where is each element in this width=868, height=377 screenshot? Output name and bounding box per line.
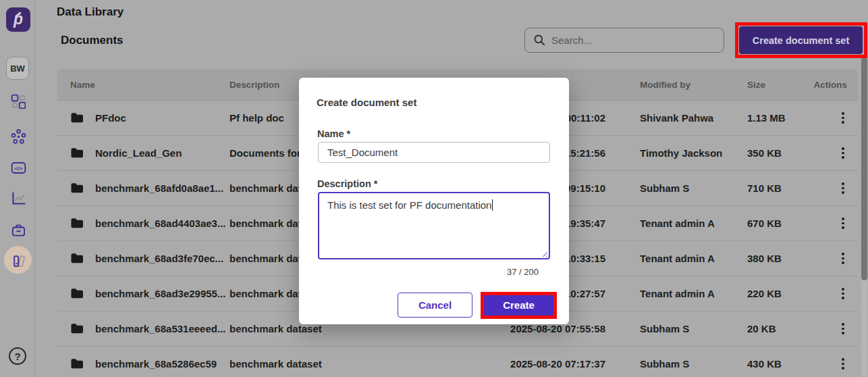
- row-modified-by: Tenant admin A: [609, 253, 744, 264]
- text-cursor: [492, 199, 493, 211]
- description-text: This is test set for PF documentation: [327, 199, 491, 211]
- row-size: 220 KB: [744, 288, 808, 299]
- row-name: benchmark_68a5286ec59: [95, 358, 217, 370]
- dialog-title: Create document set: [317, 97, 416, 108]
- row-modified-by: Tenant admin A: [609, 218, 744, 229]
- row-size: 430 KB: [744, 358, 808, 370]
- svg-text:</>: </>: [14, 165, 22, 171]
- user-avatar[interactable]: BW: [6, 57, 29, 80]
- row-description: benchmark dataset: [229, 358, 440, 370]
- section-title: Documents: [61, 34, 124, 47]
- column-header-name: Name: [57, 80, 229, 90]
- row-actions-menu-icon[interactable]: [839, 145, 847, 161]
- name-field[interactable]: [318, 142, 550, 163]
- folder-icon: [70, 253, 84, 264]
- row-name: benchmark_68a531eeeed...: [95, 323, 225, 334]
- cancel-button[interactable]: Cancel: [398, 293, 472, 318]
- library-icon[interactable]: [10, 252, 26, 268]
- toolbox-icon[interactable]: [10, 222, 26, 238]
- sidebar: p BW </>: [0, 0, 35, 377]
- scrollbar-thumb[interactable]: [861, 57, 867, 280]
- folder-icon: [70, 323, 84, 334]
- folder-icon: [70, 218, 84, 229]
- column-header-actions: Actions: [808, 80, 858, 90]
- search-input[interactable]: [551, 34, 707, 46]
- row-size: 350 KB: [744, 147, 808, 159]
- row-name: benchmark_68ad4403ae3...: [95, 218, 225, 229]
- row-modified-by: Shivank Pahwa: [609, 112, 744, 124]
- row-name: benchmark_68afd0a8ae1...: [95, 182, 223, 194]
- create-document-set-dialog: Create document set Name * Description *…: [299, 78, 569, 324]
- workflow-icon[interactable]: [10, 128, 26, 145]
- row-size: 20 KB: [744, 323, 808, 334]
- row-modified-by: Subham S: [609, 358, 744, 370]
- folder-icon: [70, 112, 84, 124]
- page-title: Data Library: [57, 5, 124, 19]
- row-actions-menu-icon[interactable]: [839, 109, 847, 126]
- char-counter: 37 / 200: [507, 267, 539, 277]
- row-modified-on: 2025-08-20 07:55:58: [440, 323, 609, 334]
- folder-icon: [70, 147, 84, 159]
- app-logo-icon[interactable]: p: [6, 7, 30, 32]
- column-header-modified-by: Modified by: [609, 80, 744, 90]
- row-modified-by: Timothy Jackson: [609, 147, 744, 159]
- row-size: 380 KB: [744, 253, 808, 264]
- create-button[interactable]: Create: [483, 294, 554, 316]
- table-row[interactable]: benchmark_68a5286ec59 benchmark dataset …: [57, 347, 858, 377]
- analytics-icon[interactable]: [10, 190, 26, 206]
- folder-icon: [70, 358, 84, 370]
- create-document-set-button[interactable]: Create document set: [739, 26, 863, 54]
- row-modified-by: Subham S: [609, 182, 744, 194]
- code-icon[interactable]: </>: [10, 159, 26, 176]
- resize-handle-icon[interactable]: [541, 250, 547, 257]
- row-actions-menu-icon[interactable]: [839, 180, 847, 196]
- description-field-label: Description *: [317, 178, 377, 189]
- row-name: Nordic_Lead_Gen: [95, 147, 182, 159]
- row-size: 1.13 MB: [744, 112, 808, 124]
- search-box[interactable]: [524, 28, 724, 53]
- dashboard-icon[interactable]: [10, 93, 26, 109]
- avatar-initials: BW: [10, 64, 25, 74]
- help-icon[interactable]: ?: [9, 347, 26, 365]
- row-actions-menu-icon[interactable]: [839, 250, 847, 266]
- row-actions-menu-icon[interactable]: [839, 215, 847, 231]
- row-name: benchmark_68ad3e29955...: [95, 288, 225, 299]
- row-name: benchmark_68ad3fe70ec...: [95, 253, 223, 264]
- row-description: benchmark dataset: [229, 323, 440, 334]
- row-size: 710 KB: [744, 182, 808, 194]
- column-header-size: Size: [744, 80, 808, 90]
- row-actions-menu-icon[interactable]: [839, 320, 847, 336]
- row-modified-on: 2025-08-20 07:17:37: [440, 358, 609, 370]
- name-field-label: Name *: [317, 128, 350, 139]
- description-field[interactable]: This is test set for PF documentation: [318, 192, 550, 259]
- search-icon: [533, 34, 546, 47]
- folder-icon: [70, 182, 84, 194]
- row-modified-by: Tenant admin A: [609, 288, 744, 299]
- row-modified-by: Subham S: [609, 323, 744, 334]
- folder-icon: [70, 288, 84, 299]
- row-actions-menu-icon[interactable]: [839, 355, 847, 372]
- row-name: PFdoc: [95, 112, 126, 124]
- row-actions-menu-icon[interactable]: [839, 285, 847, 301]
- row-size: 670 KB: [744, 218, 808, 229]
